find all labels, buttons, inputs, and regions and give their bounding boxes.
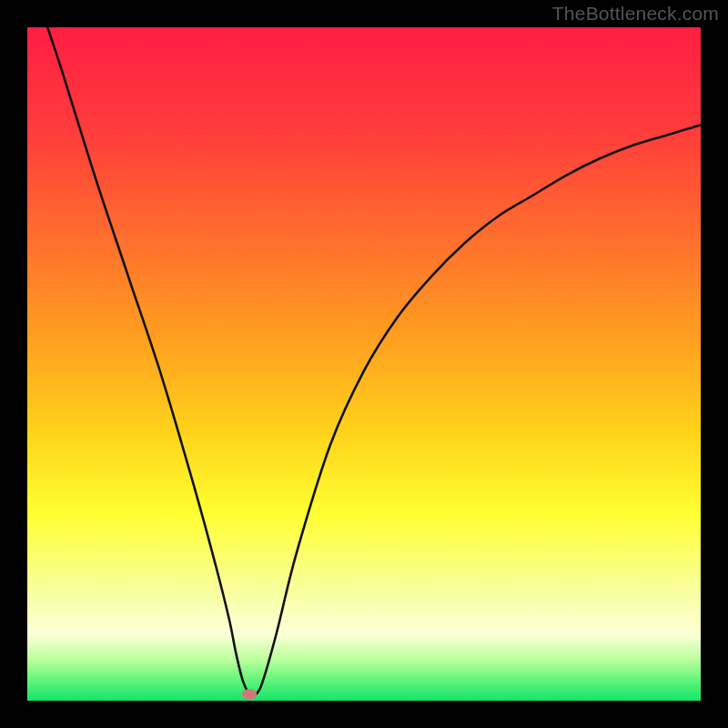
minimum-marker <box>242 689 257 699</box>
gradient-background <box>27 27 701 701</box>
chart-svg <box>27 27 701 701</box>
plot-area <box>27 27 701 701</box>
chart-frame: TheBottleneck.com <box>0 0 728 728</box>
watermark-text: TheBottleneck.com <box>552 3 719 25</box>
